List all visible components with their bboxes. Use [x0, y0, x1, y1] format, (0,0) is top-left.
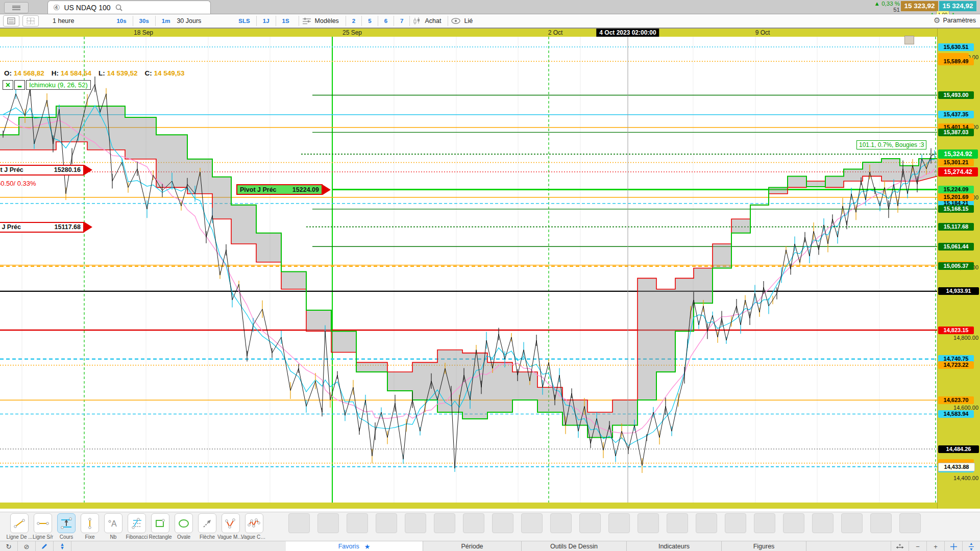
tool-nb[interactable]: ANb — [100, 513, 127, 540]
empty-tool-slot[interactable] — [347, 513, 368, 533]
candlestick-icon — [413, 17, 421, 25]
empty-tool-slot[interactable] — [754, 513, 775, 533]
lie-button[interactable]: Lié — [460, 17, 476, 24]
layout-grid-icon[interactable] — [22, 15, 39, 27]
price-level-label: 14,433.88 — [938, 463, 975, 471]
parametres-button[interactable]: ⚙ Paramètres — [934, 16, 976, 25]
date-tick: 2 Oct — [548, 29, 563, 36]
model-7-button[interactable]: 7 — [397, 18, 406, 24]
price-flag-label[interactable]: Haut J Préc15280.16 — [0, 165, 92, 176]
tool-ligne-s-r[interactable]: Ligne S/r — [30, 513, 56, 540]
empty-tool-slot[interactable] — [608, 513, 630, 533]
models-button[interactable]: Modèles — [311, 17, 342, 24]
tf-30s-button[interactable]: 30s — [136, 18, 152, 24]
indicator-minimize-icon[interactable]: ▂ — [14, 80, 25, 90]
empty-tool-slot[interactable] — [899, 513, 921, 533]
empty-tool-slot[interactable] — [812, 513, 834, 533]
high-value: 14 584,54 — [61, 69, 91, 77]
mode-1j-button[interactable]: 1J — [260, 18, 273, 24]
tool-ligne-de[interactable]: Ligne De ... — [6, 513, 33, 540]
empty-tool-slot[interactable] — [376, 513, 397, 533]
price-chart[interactable] — [0, 29, 937, 509]
empty-tool-slot[interactable] — [579, 513, 601, 533]
price-flag-label[interactable]: Bas J Préc15117.68 — [0, 222, 92, 233]
empty-tool-slot[interactable] — [492, 513, 513, 533]
tab-indicateurs[interactable]: Indicateurs — [627, 541, 722, 551]
refresh-icon[interactable]: ↻ — [0, 541, 17, 551]
change-percent: ▲ 0,33 % — [874, 1, 900, 7]
price-level-label: 15,387.03 — [938, 129, 974, 136]
timeframe-select[interactable]: 1 heure — [49, 17, 78, 24]
empty-tool-slot[interactable] — [696, 513, 717, 533]
range-select[interactable]: 30 Jours — [173, 17, 205, 24]
tab-favoris[interactable]: Favoris★ — [286, 541, 423, 551]
indicator-name[interactable]: Ichimoku (9, 26, 52) — [26, 80, 91, 90]
price-level-label: 14,723.22 — [938, 361, 974, 369]
price-level-label: 15,117.68 — [938, 223, 974, 231]
price-level-label: 14,484.26 — [938, 445, 979, 453]
empty-tool-slot[interactable] — [317, 513, 339, 533]
fleche-icon — [201, 517, 214, 530]
tab-figures[interactable]: Figures — [722, 541, 806, 551]
tool-fl-che[interactable]: Flèche — [194, 513, 220, 540]
cours-icon — [60, 517, 73, 530]
tf-1m-button[interactable]: 1m — [159, 18, 174, 24]
bid-price-button[interactable]: 15 323,92 — [901, 1, 938, 11]
close-value: 14 549,53 — [154, 69, 185, 77]
erase-icon[interactable]: ⊘ — [18, 541, 35, 551]
empty-tool-slot[interactable] — [783, 513, 804, 533]
v-fit-icon[interactable] — [963, 541, 980, 551]
view-list-icon[interactable] — [3, 15, 19, 27]
tab-outils-de-dessin[interactable]: Outils De Dessin — [522, 541, 627, 551]
ask-price-button[interactable]: 15 324,92 — [939, 1, 976, 11]
tool-vague-co[interactable]: Vague Co... — [241, 513, 267, 540]
zoom-out-icon[interactable]: − — [909, 541, 926, 551]
tool-vague-mo[interactable]: Vague Mo... — [217, 513, 244, 540]
indicator-close-icon[interactable]: × — [3, 80, 13, 90]
h-fit-icon[interactable] — [891, 541, 909, 551]
empty-tool-slot[interactable] — [870, 513, 892, 533]
empty-tool-slot[interactable] — [841, 513, 863, 533]
search-icon[interactable] — [115, 4, 123, 12]
mode-1s-button[interactable]: 1S — [279, 18, 292, 24]
chart-area[interactable]: O: 14 568,82H: 14 584,54L: 14 539,52C: 1… — [0, 29, 937, 509]
tool-fibonacci[interactable]: Fibonacci — [124, 513, 150, 540]
price-axis[interactable]: 15,600.0015,400.0015,200.0015,000.0014,8… — [937, 29, 980, 509]
empty-tool-slot[interactable] — [405, 513, 426, 533]
tool-fixe[interactable]: Fixe — [77, 513, 103, 540]
empty-tool-slot[interactable] — [288, 513, 310, 533]
snapshot-icon[interactable] — [904, 36, 914, 44]
mode-sls-button[interactable]: SLS — [235, 18, 253, 24]
empty-tool-slot[interactable] — [638, 513, 659, 533]
indicator-legend: × ▂ Ichimoku (9, 26, 52) — [3, 80, 91, 90]
crosshair-icon[interactable] — [945, 541, 962, 551]
date-tick: 25 Sep — [342, 29, 362, 36]
tool-rectangle[interactable]: Rectangle — [147, 513, 174, 540]
empty-tool-slot[interactable] — [725, 513, 746, 533]
zoom-in-icon[interactable]: + — [927, 541, 944, 551]
price-flag-label[interactable]: Pivot J Préc15224.09 — [236, 184, 331, 195]
empty-tool-slot[interactable] — [463, 513, 484, 533]
tool-cours[interactable]: Cours — [53, 513, 80, 540]
measure-annotation[interactable]: 101.1, 0.7%, Bougies :3 — [856, 140, 926, 149]
tool-ovale[interactable]: Ovale — [170, 513, 197, 540]
model-5-button[interactable]: 5 — [365, 18, 374, 24]
price-level-label: 15,061.44 — [938, 243, 974, 251]
favorite-star-icon[interactable]: ★ — [364, 543, 371, 550]
achat-button[interactable]: Achat — [421, 17, 445, 24]
empty-tool-slot[interactable] — [667, 513, 688, 533]
model-6-button[interactable]: 6 — [381, 18, 390, 24]
tab-p-riode[interactable]: Période — [423, 541, 522, 551]
empty-tool-slot[interactable] — [434, 513, 455, 533]
empty-tool-slot[interactable] — [521, 513, 543, 533]
tf-10s-button[interactable]: 10s — [113, 18, 129, 24]
vague-mo-icon — [224, 517, 237, 530]
model-2-button[interactable]: 2 — [349, 18, 358, 24]
empty-tool-slot[interactable] — [550, 513, 572, 533]
price-level-label: 15,301.21 — [938, 159, 974, 166]
sort-arrows-icon[interactable]: ▲▼ — [54, 541, 71, 551]
symbol-tab[interactable]: ④ US NDAQ 100 — [47, 1, 211, 14]
pencil-icon[interactable] — [36, 541, 53, 551]
price-level-label: 15,493.00 — [938, 91, 974, 99]
hamburger-menu-icon[interactable] — [4, 2, 29, 13]
